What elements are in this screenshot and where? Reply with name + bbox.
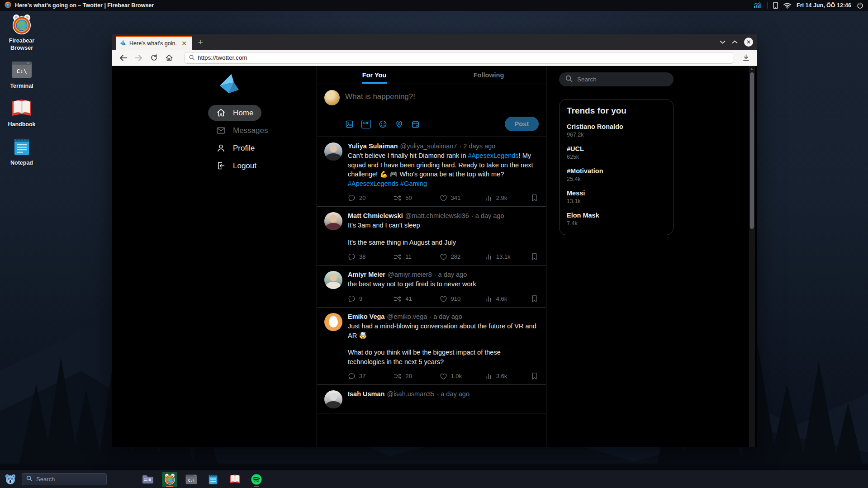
power-icon[interactable] [857, 2, 863, 9]
like-button[interactable]: 910 [440, 295, 485, 303]
wifi-icon[interactable] [783, 3, 791, 9]
url-input[interactable] [198, 54, 729, 61]
tweet-author-name[interactable]: Matt Chmielewski [348, 212, 403, 219]
tab-for-you[interactable]: For You [317, 66, 432, 84]
browser-tab[interactable]: Here's what's goin... ✕ [116, 36, 192, 50]
taskbar-search[interactable] [22, 473, 107, 485]
hashtag-link[interactable]: #Gaming [400, 180, 427, 187]
post-button[interactable]: Post [505, 117, 539, 131]
forward-icon[interactable] [132, 52, 145, 64]
tweet-avatar[interactable] [324, 271, 342, 289]
tweet-avatar[interactable] [324, 212, 342, 230]
tweet-avatar[interactable] [324, 142, 342, 161]
close-icon[interactable]: ✕ [744, 38, 753, 47]
sidebar-item-home[interactable]: Home [208, 105, 261, 121]
reply-button[interactable]: 37 [348, 372, 394, 380]
tweet-author-name[interactable]: Emiko Vega [348, 313, 384, 320]
bookmark-button[interactable] [531, 253, 538, 261]
tweet-avatar[interactable] [324, 390, 342, 408]
tweet-author-handle[interactable]: @amiyr.meier8 [388, 271, 432, 278]
tweet-text: Just had a mind-blowing conversation abo… [348, 322, 536, 339]
tweet[interactable]: Isah Usman @isah.usman35 · a day ago [317, 385, 546, 413]
emoji-icon[interactable] [379, 120, 387, 128]
desktop-icon-firebear-browser[interactable]: Fireabear Browser [3, 14, 41, 52]
taskbar-terminal[interactable]: C:\ [184, 472, 199, 487]
reply-button[interactable]: 9 [348, 295, 394, 303]
tweet-author-handle[interactable]: @emiko.vega [387, 313, 427, 320]
tweet-author-name[interactable]: Yuliya Sulaiman [348, 142, 398, 150]
sidebar-item-logout[interactable]: Logout [208, 158, 265, 174]
repost-button[interactable]: 50 [394, 194, 439, 202]
repost-button[interactable]: 11 [394, 253, 439, 261]
scroll-up-arrow-icon[interactable]: ▲ [750, 67, 754, 71]
page-scrollbar[interactable]: ▲ [749, 66, 755, 447]
chevron-down-icon[interactable] [720, 40, 726, 44]
tweet-avatar[interactable] [324, 313, 342, 331]
tweet-author-name[interactable]: Amiyr Meier [348, 271, 385, 278]
trend-item[interactable]: #Motivation 25.4k [567, 167, 666, 182]
tab-following[interactable]: Following [432, 66, 546, 84]
sidebar-item-messages[interactable]: Messages [208, 123, 276, 138]
like-button[interactable]: 1.0k [440, 373, 485, 380]
desktop-icon-notepad[interactable]: Notepad [3, 136, 41, 167]
twotter-logo-icon[interactable] [217, 72, 317, 96]
image-icon[interactable] [345, 120, 354, 128]
reload-icon[interactable] [147, 52, 160, 64]
desktop-icon-handbook[interactable]: Handbook [3, 97, 41, 128]
location-icon[interactable] [395, 120, 403, 128]
tweet-author-handle[interactable]: @isah.usman35 [387, 390, 434, 398]
taskbar-notepad[interactable] [205, 472, 221, 487]
trend-item[interactable]: #UCL 625k [567, 145, 666, 160]
back-icon[interactable] [117, 52, 129, 64]
tab-close-icon[interactable]: ✕ [180, 40, 188, 47]
chevron-up-icon[interactable] [732, 40, 738, 44]
taskbar-search-input[interactable] [36, 476, 90, 483]
taskbar-firebear-browser[interactable] [162, 472, 177, 487]
tweet-author-name[interactable]: Isah Usman [348, 390, 384, 398]
home-icon[interactable] [163, 52, 175, 64]
desktop-icon-terminal[interactable]: C:\ Terminal [3, 59, 41, 90]
tweet[interactable]: Yuliya Sulaiman @yuliya_sulaiman7 · 2 da… [317, 137, 546, 207]
twotter-search[interactable] [559, 72, 674, 86]
trend-item[interactable]: Cristiano Ronaldo 967.2k [567, 123, 666, 138]
download-icon[interactable] [740, 52, 752, 64]
user-avatar[interactable] [324, 90, 340, 105]
search-input[interactable] [577, 76, 667, 83]
bookmark-button[interactable] [531, 372, 538, 380]
views-button[interactable]: 2.9k [485, 194, 531, 202]
taskbar-spotify[interactable] [249, 472, 264, 487]
phone-icon[interactable] [773, 2, 778, 9]
tweet[interactable]: Emiko Vega @emiko.vega · a day ago Just … [317, 308, 546, 385]
tweet[interactable]: Amiyr Meier @amiyr.meier8 · a day ago th… [317, 265, 546, 308]
tweet[interactable]: Matt Chmielewski @matt.chmielewski36 · a… [317, 207, 546, 265]
calendar-icon[interactable] [411, 120, 420, 128]
sidebar-item-profile[interactable]: Profile [208, 140, 263, 156]
gif-icon[interactable]: GIF [361, 120, 371, 128]
compose-input[interactable]: What is happening?! [345, 90, 539, 101]
trend-item[interactable]: Elon Mask 7.4k [567, 212, 666, 227]
views-button[interactable]: 4.6k [485, 295, 531, 303]
tweet-author-handle[interactable]: @matt.chmielewski36 [405, 212, 469, 219]
like-button[interactable]: 341 [440, 194, 485, 202]
reply-button[interactable]: 20 [348, 194, 394, 202]
tweet-author-handle[interactable]: @yuliya_sulaiman7 [400, 142, 457, 150]
views-button[interactable]: 3.6k [485, 373, 531, 380]
bookmark-button[interactable] [531, 295, 538, 303]
repost-button[interactable]: 28 [394, 373, 439, 380]
trend-item[interactable]: Messi 13.1k [567, 190, 666, 204]
reply-button[interactable]: 38 [348, 253, 394, 261]
taskbar-handbook[interactable] [227, 472, 242, 487]
hashtag-link[interactable]: #ApesexLegends [468, 152, 519, 159]
views-button[interactable]: 13.1k [485, 253, 531, 261]
hashtag-link[interactable]: #ApesexLegends [348, 180, 398, 187]
repost-button[interactable]: 41 [394, 295, 439, 303]
url-bar[interactable] [185, 52, 733, 64]
like-button[interactable]: 282 [440, 253, 485, 261]
stocks-chart-icon[interactable] [754, 2, 762, 9]
bookmark-button[interactable] [531, 194, 538, 202]
start-bear-icon[interactable] [3, 472, 18, 487]
new-tab-button[interactable]: + [194, 37, 206, 48]
clock[interactable]: Fri 14 Jun, ÖÖ 12:46 [797, 2, 851, 9]
scrollbar-thumb[interactable] [750, 72, 754, 229]
taskbar-file-manager[interactable] [140, 472, 156, 487]
